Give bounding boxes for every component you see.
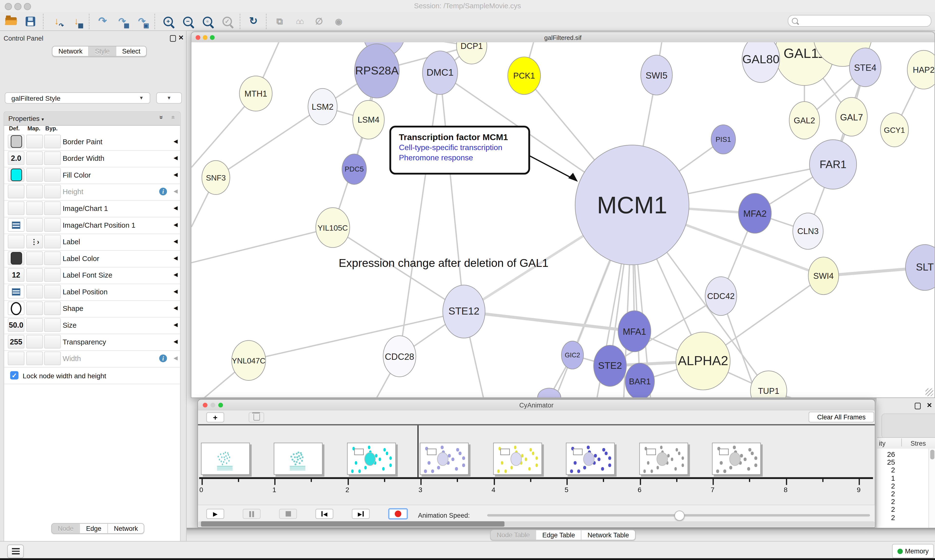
bypass-cell[interactable] <box>44 302 61 315</box>
close-panel-icon[interactable]: ✕ <box>178 35 184 41</box>
tab-select[interactable]: Select <box>116 46 147 56</box>
play-button[interactable]: ▶ <box>206 509 224 519</box>
network-node-ste2[interactable]: STE2 <box>593 345 627 386</box>
mapping-cell[interactable] <box>26 168 43 182</box>
network-node-snf3[interactable]: SNF3 <box>202 160 230 195</box>
expand-property-icon[interactable]: ◀ <box>174 222 178 228</box>
mapping-cell[interactable] <box>26 285 43 298</box>
network-node-swi5[interactable]: SWI5 <box>640 55 673 95</box>
mapping-cell[interactable] <box>26 185 43 198</box>
annotation-link[interactable]: Cell-type-specific transcription <box>399 143 528 152</box>
network-node-ste12[interactable]: STE12 <box>443 285 485 338</box>
show-eye-icon[interactable]: ◉ <box>332 13 346 30</box>
network-node-tup1[interactable]: TUP1 <box>750 371 787 397</box>
table-cell-value[interactable]: 2 <box>877 466 895 474</box>
default-value-cell[interactable]: 12 <box>8 268 25 282</box>
mapping-cell[interactable] <box>26 318 43 332</box>
property-row-border-width[interactable]: 2.0Border Width◀ <box>4 150 180 168</box>
property-row-label[interactable]: ⋮›Label◀ <box>4 234 180 251</box>
tab-network-table[interactable]: Network Table <box>581 530 635 540</box>
property-row-label-color[interactable]: Label Color◀ <box>4 250 180 268</box>
network-node-bar1[interactable]: BAR1 <box>625 363 655 397</box>
property-row-transparency[interactable]: 255Transparency◀ <box>4 334 180 351</box>
expand-property-icon[interactable]: ◀ <box>174 355 178 361</box>
memory-button[interactable]: Memory <box>892 544 934 558</box>
clear-all-frames-button[interactable]: Clear All Frames <box>808 412 874 422</box>
pause-button[interactable] <box>243 509 261 519</box>
table-cell-value[interactable]: 1 <box>877 474 895 482</box>
bypass-cell[interactable] <box>44 285 61 298</box>
record-button[interactable] <box>388 508 408 520</box>
lock-dimensions-checkbox[interactable]: ✓ <box>10 371 19 380</box>
default-value-cell[interactable] <box>8 168 25 182</box>
mapping-cell[interactable]: ⋮› <box>26 235 43 248</box>
property-row-shape[interactable]: Shape◀ <box>4 300 180 317</box>
mapping-cell[interactable] <box>26 302 43 315</box>
timeline-horizontal-scrollbar[interactable] <box>199 521 874 527</box>
timeline-frame-0[interactable] <box>201 443 250 475</box>
style-selector[interactable]: galFiltered Style ▼ <box>5 92 150 104</box>
timeline-frame-6[interactable] <box>639 443 688 475</box>
tab-network[interactable]: Network <box>107 524 144 533</box>
network-node-dcp1[interactable]: DCP1 <box>456 42 487 65</box>
property-row-image-chart-position-1[interactable]: Image/Chart Position 1◀ <box>4 217 180 234</box>
network-window-titlebar[interactable]: galFiltered.sif <box>191 32 934 43</box>
scrollbar-thumb[interactable] <box>930 450 934 459</box>
default-value-cell[interactable] <box>8 352 25 365</box>
expand-property-icon[interactable]: ◀ <box>174 155 178 161</box>
bypass-cell[interactable] <box>44 352 61 365</box>
expand-property-icon[interactable]: ◀ <box>174 288 178 294</box>
table-vertical-scrollbar[interactable] <box>929 449 935 528</box>
network-node-pdc5[interactable]: PDC5 <box>342 154 367 185</box>
property-row-label-font-size[interactable]: 12Label Font Size◀ <box>4 267 180 284</box>
timeline[interactable]: 0123456789 <box>198 424 875 505</box>
cyanimator-titlebar[interactable]: CyAnimator <box>198 400 875 411</box>
annotation-link[interactable]: Pheromone response <box>399 153 528 162</box>
default-value-cell[interactable] <box>8 251 25 265</box>
float-panel-icon[interactable] <box>915 403 921 409</box>
network-node-ste4[interactable]: STE4 <box>849 48 881 87</box>
bypass-cell[interactable] <box>44 151 61 165</box>
tab-node[interactable]: Node <box>52 524 79 533</box>
timeline-frame-7[interactable] <box>712 443 761 475</box>
timeline-frame-1[interactable] <box>274 443 322 475</box>
share-document-icon[interactable]: ⧉ <box>273 13 287 30</box>
property-row-border-paint[interactable]: Border Paint◀ <box>4 134 180 151</box>
expand-property-icon[interactable]: ◀ <box>174 205 178 211</box>
tab-edge-table[interactable]: Edge Table <box>536 530 581 540</box>
property-row-height[interactable]: Heighti◀ <box>4 183 180 201</box>
property-row-fill-color[interactable]: Fill Color◀ <box>4 167 180 184</box>
import-table-button[interactable]: ↓▦ <box>69 13 83 30</box>
network-node-cdc28[interactable]: CDC28 <box>383 335 416 377</box>
default-value-cell[interactable] <box>8 235 25 248</box>
mapping-cell[interactable] <box>26 268 43 282</box>
network-node-mth1[interactable]: MTH1 <box>239 75 273 111</box>
network-node-alpha2[interactable]: ALPHA2 <box>676 332 730 390</box>
table-cell-value[interactable]: 25 <box>877 458 895 466</box>
expand-property-icon[interactable]: ◀ <box>174 171 178 177</box>
bypass-cell[interactable] <box>44 251 61 265</box>
zoom-out-button[interactable]: − <box>181 13 195 30</box>
network-node-gal7[interactable]: GAL7 <box>835 97 867 137</box>
network-node-dmc1[interactable]: DMC1 <box>422 51 458 95</box>
hide-eye-icon[interactable]: ∅ <box>312 13 326 30</box>
network-node-gal2[interactable]: GAL2 <box>789 101 820 139</box>
table-cell-value[interactable]: 2 <box>877 497 895 506</box>
network-node-hap2[interactable]: HAP2 <box>907 50 935 89</box>
mapping-cell[interactable] <box>26 202 43 215</box>
float-panel-icon[interactable] <box>170 35 176 42</box>
default-value-cell[interactable] <box>8 218 25 232</box>
table-header-row[interactable]: ity │ Stres <box>877 437 935 449</box>
mapping-cell[interactable] <box>26 352 43 365</box>
mapping-cell[interactable] <box>26 251 43 265</box>
default-value-cell[interactable] <box>8 185 25 198</box>
mapping-cell[interactable] <box>26 218 43 232</box>
network-node-pn2[interactable] <box>537 388 561 397</box>
network-node-cln3[interactable]: CLN3 <box>793 212 824 249</box>
network-node-slt[interactable]: SLT <box>905 244 935 291</box>
bypass-cell[interactable] <box>44 268 61 282</box>
timeline-frame-5[interactable] <box>566 443 615 475</box>
timeline-frame-3[interactable] <box>420 443 469 475</box>
search-input[interactable] <box>788 15 931 27</box>
animation-speed-slider[interactable] <box>487 514 870 517</box>
